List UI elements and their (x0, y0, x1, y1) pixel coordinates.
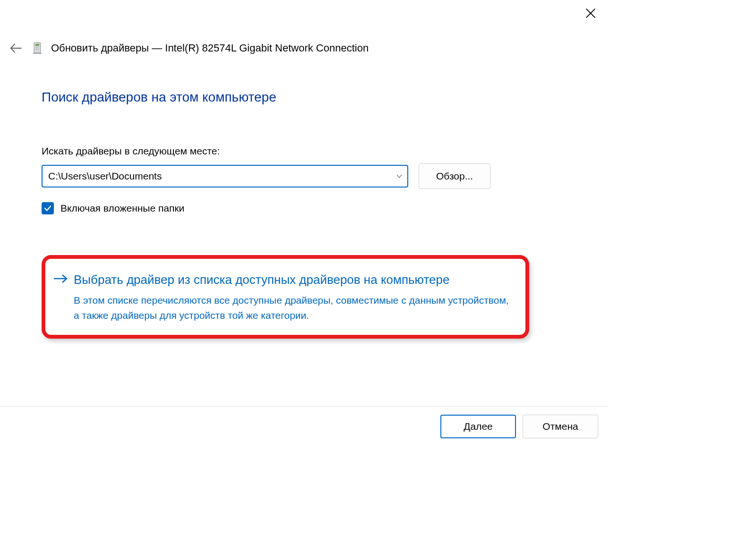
content-area: Поиск драйверов на этом компьютере Искат… (42, 90, 567, 214)
footer: Далее Отмена (0, 406, 609, 446)
option-title: Выбрать драйвер из списка доступных драй… (74, 271, 512, 288)
option-text: Выбрать драйвер из списка доступных драй… (74, 271, 512, 323)
svg-rect-6 (35, 49, 39, 50)
svg-rect-5 (35, 47, 39, 48)
close-icon (584, 7, 597, 20)
cancel-button[interactable]: Отмена (523, 415, 598, 438)
include-subfolders-row: Включая вложенные папки (42, 202, 567, 214)
path-input[interactable] (42, 165, 408, 188)
path-combo (42, 165, 408, 188)
header: Обновить драйверы — Intel(R) 82574L Giga… (9, 41, 594, 56)
search-location-label: Искать драйверы в следующем месте: (42, 145, 567, 157)
svg-rect-7 (33, 53, 42, 54)
svg-rect-4 (35, 44, 39, 46)
path-row: Обзор... (42, 163, 567, 189)
dialog-title: Обновить драйверы — Intel(R) 82574L Giga… (51, 42, 369, 54)
option-description: В этом списке перечисляются все доступны… (74, 293, 512, 323)
browse-button[interactable]: Обзор... (419, 163, 490, 189)
checkmark-icon (43, 204, 52, 213)
back-button[interactable] (9, 41, 24, 56)
arrow-right-icon (53, 271, 69, 323)
next-button[interactable]: Далее (440, 415, 516, 438)
arrow-left-icon (9, 42, 23, 55)
pick-from-list-option[interactable]: Выбрать драйвер из списка доступных драй… (42, 255, 529, 339)
include-subfolders-checkbox[interactable] (42, 202, 54, 214)
page-heading: Поиск драйверов на этом компьютере (42, 90, 567, 105)
device-icon (32, 42, 43, 54)
close-button[interactable] (584, 7, 597, 20)
include-subfolders-label: Включая вложенные папки (60, 203, 184, 214)
